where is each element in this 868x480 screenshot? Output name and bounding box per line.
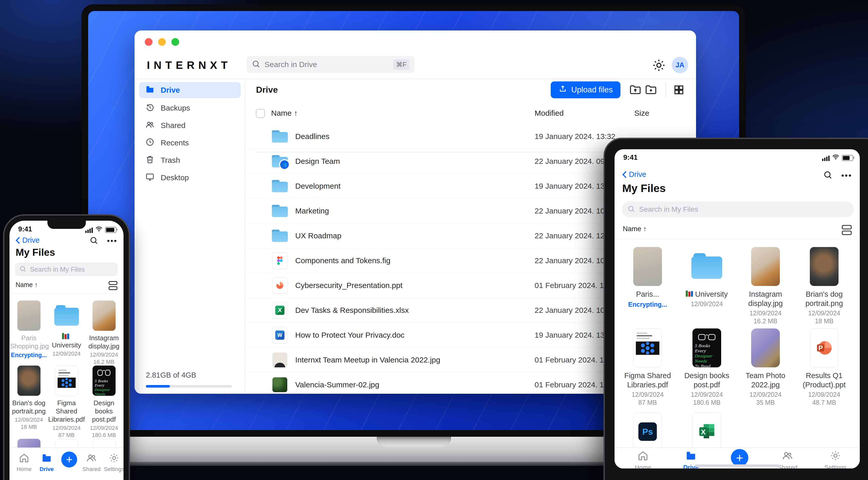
file-card[interactable]: Instagram display.jpg 12/09/202416.2 MB xyxy=(737,247,794,325)
file-modified: 19 January 2024. 13:25 xyxy=(535,331,615,339)
column-header-size[interactable]: Size xyxy=(634,109,649,117)
status-time: 9:41 xyxy=(623,153,638,162)
file-card[interactable]: Team Photo 2022.jpg 12/09/202435 MB xyxy=(737,329,794,407)
back-button[interactable]: Drive xyxy=(15,236,40,244)
sidebar-item-drive[interactable]: Drive xyxy=(139,82,241,98)
word-file-icon: W xyxy=(272,327,288,343)
file-card[interactable]: Brian's dog portrait.png 12/09/202418 MB xyxy=(10,366,48,431)
excel-thumbnail: X xyxy=(692,412,721,451)
file-card[interactable]: Paris... Encrypting... xyxy=(619,247,676,308)
file-card[interactable]: Figma Shared Libraries.pdf 12/09/202487 … xyxy=(48,366,85,439)
books-icon xyxy=(62,333,69,339)
back-button[interactable]: Drive xyxy=(622,170,646,179)
file-modified: 22 January 2024. 12:44 xyxy=(535,232,615,240)
file-card[interactable]: Instagram display.jpg 12/09/202416.2 MB xyxy=(85,301,123,366)
pdf-thumbnail xyxy=(633,329,662,367)
folder-card[interactable]: University 12/09/2024 xyxy=(48,301,85,357)
list-view-toggle-icon[interactable] xyxy=(842,225,851,235)
files-search-input[interactable] xyxy=(639,205,848,214)
files-search-bar[interactable] xyxy=(622,202,854,217)
search-icon xyxy=(252,60,260,69)
file-card[interactable]: 5 Books EveryDesigner NeedsTo Read Desig… xyxy=(679,329,735,407)
file-meta: 12/09/2024180.6 MB xyxy=(679,391,735,407)
file-name: How to Protect Your Privacy.doc xyxy=(295,331,404,339)
zoom-window-button[interactable] xyxy=(172,38,179,46)
file-modified: 22 January 2024. 09:2 xyxy=(535,157,611,166)
drive-search-bar[interactable]: ⌘F xyxy=(247,56,414,73)
file-meta: 12/09/202418 MB xyxy=(10,416,48,431)
file-meta: 12/09/202416.2 MB xyxy=(737,309,794,325)
file-name: Results Q1 (Product).ppt xyxy=(796,371,852,389)
column-header-name[interactable]: Name ↑ xyxy=(271,109,298,117)
file-name: Development xyxy=(295,182,341,191)
file-card[interactable]: 5 Books EveryDesigner NeedsTo Read Desig… xyxy=(85,366,123,439)
file-card[interactable]: Paris Shopping.jpg Encrypting... xyxy=(10,301,48,359)
file-meta: 12/09/202418 MB xyxy=(796,309,852,325)
internxt-logo: INTERNXT xyxy=(147,59,231,71)
column-header-modified[interactable]: Modified xyxy=(535,109,563,117)
file-card[interactable]: Brian's dog portrait.png 12/09/202418 MB xyxy=(796,247,852,325)
close-window-button[interactable] xyxy=(145,38,153,46)
file-card[interactable]: Figma Shared Libraries.pdf 12/09/202487 … xyxy=(619,329,676,407)
folder-card[interactable]: University 12/09/2024 xyxy=(679,247,735,308)
more-options-icon[interactable]: ••• xyxy=(841,171,852,180)
add-button[interactable]: + xyxy=(731,449,748,467)
powerpoint-thumbnail: P xyxy=(810,329,839,367)
file-card[interactable]: P Results Q1 (Product).ppt 12/09/202448.… xyxy=(796,329,852,407)
file-name: Deadlines xyxy=(295,132,329,141)
file-name: Design books post.pdf xyxy=(679,371,735,389)
sidebar-item-desktop[interactable]: Desktop xyxy=(139,170,241,185)
file-meta: 12/09/202487 MB xyxy=(619,391,676,407)
sidebar-item-recents[interactable]: Recents xyxy=(139,135,241,151)
file-modified: 22 January 2024. 10:08 xyxy=(535,256,615,265)
tab-settings[interactable]: Settings xyxy=(822,450,849,469)
file-card[interactable]: Ps xyxy=(619,412,676,451)
user-avatar[interactable]: JA xyxy=(672,57,688,73)
powerpoint-file-icon xyxy=(272,277,288,294)
backup-history-icon xyxy=(145,103,155,114)
grid-view-button[interactable] xyxy=(671,82,687,98)
photoshop-thumbnail: Ps xyxy=(633,412,662,451)
window-controls xyxy=(145,38,179,46)
sidebar-item-backups[interactable]: Backups xyxy=(139,100,241,116)
home-indicator[interactable] xyxy=(695,465,779,467)
file-name: Components and Tokens.fig xyxy=(295,256,390,265)
tab-home[interactable]: Home xyxy=(629,450,657,469)
minimize-window-button[interactable] xyxy=(158,38,166,46)
file-date: 12/09/2024 xyxy=(48,350,85,357)
list-view-toggle-icon[interactable] xyxy=(108,281,117,290)
window-header: INTERNXT ⌘F JA xyxy=(134,31,696,79)
sort-by-name[interactable]: Name ↑ xyxy=(16,281,38,288)
tab-drive[interactable]: Drive xyxy=(33,453,61,473)
upload-files-button[interactable]: Upload files xyxy=(551,81,620,98)
select-all-checkbox[interactable] xyxy=(256,109,265,118)
upload-folder-button[interactable] xyxy=(628,82,643,98)
sidebar-item-trash[interactable]: Trash xyxy=(139,152,241,168)
files-search-input[interactable] xyxy=(29,265,116,274)
search-icon[interactable] xyxy=(89,236,98,246)
new-folder-button[interactable] xyxy=(643,82,659,98)
folder-icon xyxy=(272,130,288,143)
file-modified: 01 February 2024. 12:3 xyxy=(535,355,615,364)
add-button[interactable]: + xyxy=(61,452,77,468)
more-options-icon[interactable]: ••• xyxy=(107,237,117,245)
sort-by-name[interactable]: Name ↑ xyxy=(623,225,647,233)
shared-folder-icon: 👥 xyxy=(272,155,288,167)
sidebar-item-shared[interactable]: Shared xyxy=(139,117,241,133)
settings-gear-button[interactable] xyxy=(652,58,666,72)
tab-settings[interactable]: Settings xyxy=(100,453,124,473)
search-icon[interactable] xyxy=(823,170,832,180)
storage-progress-bar xyxy=(146,385,232,387)
folder-icon xyxy=(145,85,155,96)
file-meta: 12/09/202487 MB xyxy=(48,424,85,439)
files-search-bar[interactable] xyxy=(15,263,118,276)
file-name: Cybersecurity_Presentation.ppt xyxy=(295,281,403,290)
file-card[interactable]: X xyxy=(679,412,735,451)
pdf-thumbnail xyxy=(55,366,78,396)
battery-icon xyxy=(842,155,853,161)
tab-label: Home xyxy=(629,464,657,469)
folder-icon xyxy=(691,253,722,279)
photo-thumbnail xyxy=(18,301,40,331)
tablet-nav-bar: Drive ••• xyxy=(615,169,860,181)
drive-search-input[interactable] xyxy=(264,60,393,69)
